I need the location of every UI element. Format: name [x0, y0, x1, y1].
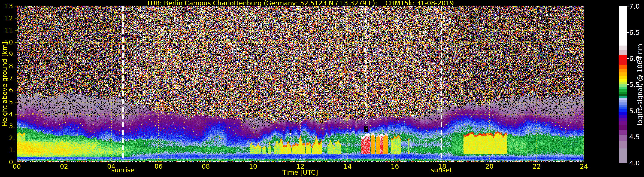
x-tick-label: 00 [13, 163, 21, 170]
y-tick-mark [15, 18, 17, 19]
y-tick-label: 4. [0, 111, 15, 117]
x-tick-label: 20 [485, 163, 493, 170]
y-tick-label: 12. [0, 15, 15, 22]
colorbar-tick-mark [627, 111, 629, 111]
y-tick-mark [15, 114, 17, 114]
colorbar-band [619, 89, 627, 92]
colorbar-band [619, 46, 627, 51]
colorbar-band [619, 79, 627, 82]
x-tick-label: 16 [391, 163, 399, 170]
sunset-label: sunset [431, 167, 452, 173]
colorbar-band [619, 72, 627, 76]
colorbar-band [619, 107, 627, 110]
ceilometer-heatmap [17, 6, 584, 162]
colorbar-band [619, 94, 627, 96]
y-tick-label: 1. [0, 147, 15, 153]
y-tick-mark [15, 54, 17, 54]
colorbar-tick-mark [627, 84, 629, 85]
colorbar-band [619, 141, 627, 148]
x-tick-label: 06 [154, 163, 163, 170]
colorbar-tick-label: 4.5 [629, 134, 640, 140]
colorbar-band [619, 100, 627, 103]
sunrise-label: sunrise [111, 167, 134, 173]
colorbar-tick-label: 6.5 [629, 29, 640, 36]
colorbar-band [619, 92, 627, 94]
y-tick-mark [15, 30, 17, 31]
colorbar-band [619, 55, 627, 60]
colorbar-band [619, 130, 627, 135]
y-tick-label: 11. [0, 27, 15, 34]
colorbar-band [619, 102, 627, 105]
colorbar-band [619, 87, 627, 89]
colorbar-band [619, 65, 627, 69]
y-tick-label: 7. [0, 75, 15, 81]
x-axis-label: Time [UTC] [282, 169, 318, 176]
y-tick-mark [15, 150, 17, 150]
colorbar-tick-mark [627, 58, 629, 59]
colorbar-band [619, 82, 627, 84]
y-tick-mark [15, 138, 17, 138]
y-tick-label: 10. [0, 39, 15, 46]
y-tick-mark [15, 102, 17, 102]
colorbar-tick-mark [627, 32, 629, 33]
colorbar-band [619, 105, 627, 107]
y-tick-mark [15, 78, 17, 78]
colorbar-tick-label: 7.0 [629, 3, 640, 10]
y-tick-label: 3. [0, 123, 15, 129]
ceilometer-quicklook-figure: TUB: Berlin Campus Charlottenburg (Germa… [0, 0, 644, 177]
x-tick-label: 02 [60, 163, 68, 170]
x-tick-label: 24 [580, 163, 588, 170]
colorbar-band [619, 60, 627, 65]
colorbar-band [619, 148, 627, 163]
y-tick-mark [15, 66, 17, 66]
colorbar-tick-mark [627, 163, 629, 163]
y-tick-mark [15, 162, 17, 162]
colorbar-band [619, 121, 627, 125]
colorbar-band [619, 6, 627, 46]
colorbar-tick-mark [627, 6, 629, 7]
colorbar-band [619, 98, 627, 101]
y-tick-label: 8. [0, 63, 15, 69]
colorbar-band [619, 76, 627, 79]
y-tick-mark [15, 126, 17, 126]
y-tick-label: 9. [0, 51, 15, 57]
x-tick-label: 14 [344, 163, 352, 170]
colorbar-label: log(rc-signal) @ 1064 nm [636, 44, 644, 125]
x-tick-label: 08 [202, 163, 210, 170]
colorbar-band [619, 125, 627, 130]
colorbar-band [619, 84, 627, 87]
colorbar-band [619, 50, 627, 55]
colorbar-band [619, 69, 627, 72]
x-tick-label: 10 [249, 163, 257, 170]
colorbar-band [619, 118, 627, 121]
y-tick-mark [15, 42, 17, 43]
colorbar-band [619, 96, 627, 98]
y-tick-mark [15, 90, 17, 90]
colorbar-tick-mark [627, 137, 629, 137]
y-tick-label: 6. [0, 87, 15, 93]
colorbar-band [619, 135, 627, 141]
y-tick-label: 2. [0, 135, 15, 141]
colorbar-tick-label: 4.0 [629, 160, 640, 166]
y-tick-mark [15, 6, 17, 7]
colorbar-band [619, 112, 627, 115]
y-tick-label: 5. [0, 99, 15, 105]
colorbar-band [619, 109, 627, 112]
colorbar-band [619, 115, 627, 118]
y-tick-label: 13. [0, 3, 15, 10]
colorbar-gradient [619, 6, 627, 163]
figure-title: TUB: Berlin Campus Charlottenburg (Germa… [146, 0, 454, 7]
x-tick-label: 22 [533, 163, 541, 170]
